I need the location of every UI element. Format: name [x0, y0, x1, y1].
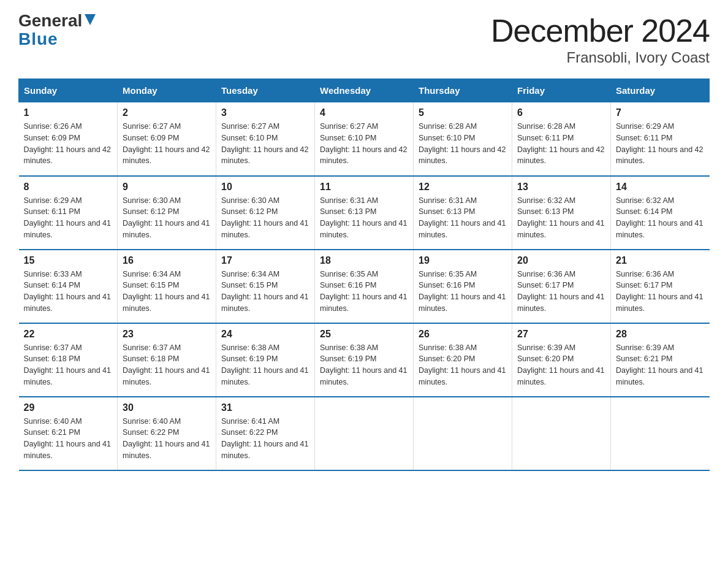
day-info: Sunrise: 6:41 AMSunset: 6:22 PMDaylight:… — [221, 416, 309, 462]
day-info: Sunrise: 6:38 AMSunset: 6:20 PMDaylight:… — [419, 342, 507, 388]
header-tuesday: Tuesday — [216, 79, 315, 102]
header-thursday: Thursday — [414, 79, 512, 102]
calendar-cell — [611, 397, 710, 470]
day-info: Sunrise: 6:29 AMSunset: 6:11 PMDaylight:… — [616, 121, 705, 167]
day-number: 29 — [24, 402, 113, 413]
calendar-title: December 2024 — [491, 12, 710, 49]
day-number: 18 — [320, 255, 408, 266]
calendar-cell: 27Sunrise: 6:39 AMSunset: 6:20 PMDayligh… — [512, 323, 611, 397]
calendar-cell: 18Sunrise: 6:35 AMSunset: 6:16 PMDayligh… — [315, 250, 414, 323]
calendar-cell: 19Sunrise: 6:35 AMSunset: 6:16 PMDayligh… — [414, 250, 512, 323]
day-info: Sunrise: 6:32 AMSunset: 6:14 PMDaylight:… — [616, 195, 705, 241]
day-info: Sunrise: 6:26 AMSunset: 6:09 PMDaylight:… — [24, 121, 113, 167]
day-number: 28 — [616, 329, 705, 340]
day-info: Sunrise: 6:30 AMSunset: 6:12 PMDaylight:… — [221, 195, 309, 241]
calendar-cell: 3Sunrise: 6:27 AMSunset: 6:10 PMDaylight… — [216, 102, 315, 176]
day-info: Sunrise: 6:39 AMSunset: 6:20 PMDaylight:… — [517, 342, 605, 388]
day-info: Sunrise: 6:31 AMSunset: 6:13 PMDaylight:… — [419, 195, 507, 241]
day-number: 26 — [419, 329, 507, 340]
day-number: 9 — [123, 182, 211, 193]
calendar-week-row: 1Sunrise: 6:26 AMSunset: 6:09 PMDaylight… — [19, 102, 710, 176]
day-info: Sunrise: 6:27 AMSunset: 6:09 PMDaylight:… — [123, 121, 211, 167]
logo-text-blue: Blue — [18, 29, 58, 49]
calendar-cell: 23Sunrise: 6:37 AMSunset: 6:18 PMDayligh… — [118, 323, 216, 397]
day-info: Sunrise: 6:32 AMSunset: 6:13 PMDaylight:… — [517, 195, 605, 241]
day-number: 1 — [24, 107, 113, 118]
calendar-cell: 7Sunrise: 6:29 AMSunset: 6:11 PMDaylight… — [611, 102, 710, 176]
page-header: General Blue December 2024 Fransobli, Iv… — [18, 12, 710, 66]
svg-marker-0 — [85, 14, 96, 25]
day-number: 4 — [320, 107, 408, 118]
day-info: Sunrise: 6:38 AMSunset: 6:19 PMDaylight:… — [320, 342, 408, 388]
calendar-cell: 26Sunrise: 6:38 AMSunset: 6:20 PMDayligh… — [414, 323, 512, 397]
calendar-week-row: 29Sunrise: 6:40 AMSunset: 6:21 PMDayligh… — [19, 397, 710, 470]
day-info: Sunrise: 6:36 AMSunset: 6:17 PMDaylight:… — [517, 269, 605, 315]
day-info: Sunrise: 6:28 AMSunset: 6:11 PMDaylight:… — [517, 121, 605, 167]
calendar-week-row: 15Sunrise: 6:33 AMSunset: 6:14 PMDayligh… — [19, 250, 710, 323]
day-number: 21 — [616, 255, 705, 266]
day-number: 13 — [517, 182, 605, 193]
header-sunday: Sunday — [19, 79, 118, 102]
calendar-cell: 12Sunrise: 6:31 AMSunset: 6:13 PMDayligh… — [414, 176, 512, 250]
day-number: 15 — [24, 255, 113, 266]
day-number: 7 — [616, 107, 705, 118]
calendar-subtitle: Fransobli, Ivory Coast — [491, 49, 710, 66]
calendar-cell — [512, 397, 611, 470]
logo: General Blue — [18, 12, 97, 49]
day-info: Sunrise: 6:27 AMSunset: 6:10 PMDaylight:… — [320, 121, 408, 167]
calendar-cell: 4Sunrise: 6:27 AMSunset: 6:10 PMDaylight… — [315, 102, 414, 176]
calendar-cell: 17Sunrise: 6:34 AMSunset: 6:15 PMDayligh… — [216, 250, 315, 323]
day-number: 8 — [24, 182, 113, 193]
day-info: Sunrise: 6:35 AMSunset: 6:16 PMDaylight:… — [320, 269, 408, 315]
calendar-cell: 5Sunrise: 6:28 AMSunset: 6:10 PMDaylight… — [414, 102, 512, 176]
calendar-title-block: December 2024 Fransobli, Ivory Coast — [491, 12, 710, 66]
day-info: Sunrise: 6:40 AMSunset: 6:21 PMDaylight:… — [24, 416, 113, 462]
day-number: 16 — [123, 255, 211, 266]
header-saturday: Saturday — [611, 79, 710, 102]
day-number: 12 — [419, 182, 507, 193]
day-number: 23 — [123, 329, 211, 340]
day-number: 14 — [616, 182, 705, 193]
calendar-week-row: 8Sunrise: 6:29 AMSunset: 6:11 PMDaylight… — [19, 176, 710, 250]
logo-arrow-icon — [83, 13, 97, 26]
day-number: 5 — [419, 107, 507, 118]
day-number: 17 — [221, 255, 309, 266]
day-info: Sunrise: 6:38 AMSunset: 6:19 PMDaylight:… — [221, 342, 309, 388]
calendar-cell — [315, 397, 414, 470]
day-number: 27 — [517, 329, 605, 340]
day-info: Sunrise: 6:34 AMSunset: 6:15 PMDaylight:… — [221, 269, 309, 315]
day-info: Sunrise: 6:28 AMSunset: 6:10 PMDaylight:… — [419, 121, 507, 167]
day-info: Sunrise: 6:27 AMSunset: 6:10 PMDaylight:… — [221, 121, 309, 167]
calendar-cell: 9Sunrise: 6:30 AMSunset: 6:12 PMDaylight… — [118, 176, 216, 250]
day-info: Sunrise: 6:31 AMSunset: 6:13 PMDaylight:… — [320, 195, 408, 241]
day-number: 31 — [221, 402, 309, 413]
day-number: 10 — [221, 182, 309, 193]
day-info: Sunrise: 6:37 AMSunset: 6:18 PMDaylight:… — [123, 342, 211, 388]
day-number: 22 — [24, 329, 113, 340]
calendar-cell: 31Sunrise: 6:41 AMSunset: 6:22 PMDayligh… — [216, 397, 315, 470]
calendar-week-row: 22Sunrise: 6:37 AMSunset: 6:18 PMDayligh… — [19, 323, 710, 397]
calendar-table: SundayMondayTuesdayWednesdayThursdayFrid… — [18, 79, 710, 471]
day-number: 6 — [517, 107, 605, 118]
calendar-cell: 1Sunrise: 6:26 AMSunset: 6:09 PMDaylight… — [19, 102, 118, 176]
calendar-cell: 11Sunrise: 6:31 AMSunset: 6:13 PMDayligh… — [315, 176, 414, 250]
calendar-cell: 6Sunrise: 6:28 AMSunset: 6:11 PMDaylight… — [512, 102, 611, 176]
calendar-cell: 16Sunrise: 6:34 AMSunset: 6:15 PMDayligh… — [118, 250, 216, 323]
header-wednesday: Wednesday — [315, 79, 414, 102]
calendar-cell: 24Sunrise: 6:38 AMSunset: 6:19 PMDayligh… — [216, 323, 315, 397]
day-info: Sunrise: 6:35 AMSunset: 6:16 PMDaylight:… — [419, 269, 507, 315]
calendar-cell: 14Sunrise: 6:32 AMSunset: 6:14 PMDayligh… — [611, 176, 710, 250]
day-info: Sunrise: 6:30 AMSunset: 6:12 PMDaylight:… — [123, 195, 211, 241]
day-number: 24 — [221, 329, 309, 340]
calendar-cell: 20Sunrise: 6:36 AMSunset: 6:17 PMDayligh… — [512, 250, 611, 323]
day-info: Sunrise: 6:29 AMSunset: 6:11 PMDaylight:… — [24, 195, 113, 241]
day-info: Sunrise: 6:39 AMSunset: 6:21 PMDaylight:… — [616, 342, 705, 388]
day-info: Sunrise: 6:36 AMSunset: 6:17 PMDaylight:… — [616, 269, 705, 315]
day-number: 20 — [517, 255, 605, 266]
calendar-cell: 10Sunrise: 6:30 AMSunset: 6:12 PMDayligh… — [216, 176, 315, 250]
day-number: 3 — [221, 107, 309, 118]
calendar-cell: 30Sunrise: 6:40 AMSunset: 6:22 PMDayligh… — [118, 397, 216, 470]
calendar-header-row: SundayMondayTuesdayWednesdayThursdayFrid… — [19, 79, 710, 102]
calendar-cell: 28Sunrise: 6:39 AMSunset: 6:21 PMDayligh… — [611, 323, 710, 397]
logo-text-general: General — [18, 12, 82, 29]
